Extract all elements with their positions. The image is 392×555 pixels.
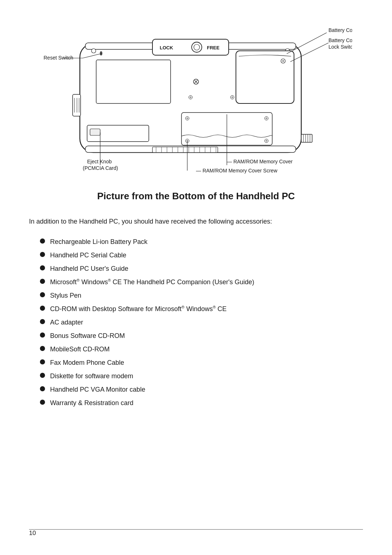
svg-text:Reset Switch: Reset Switch [44,55,73,61]
list-item: Rechargeable Li-ion Battery Pack [40,237,363,247]
list-item: Handheld PC Serial Cable [40,250,363,260]
svg-text:(PCMCIA Card): (PCMCIA Card) [83,165,118,171]
list-item-text: Handheld PC User's Guide [50,264,128,274]
list-item-text: Handheld PC VGA Monitor cable [50,385,145,395]
bullet-dot [40,238,45,244]
list-item-text: Bonus Software CD-ROM [50,331,125,341]
list-item: Bonus Software CD-ROM [40,331,363,341]
svg-rect-20 [236,51,294,103]
diagram-caption: Picture from the Bottom of the Handheld … [29,191,363,202]
list-item: AC adapter [40,318,363,327]
list-item: Diskette for software modem [40,371,363,381]
list-item-text: Fax Modem Phone Cable [50,358,124,368]
svg-rect-3 [73,94,81,116]
bullet-dot [40,265,45,270]
list-item-text: Diskette for software modem [50,371,133,381]
bullet-dot [40,332,45,338]
bullet-dot [40,386,45,391]
svg-text:LOCK: LOCK [160,45,173,50]
svg-rect-49 [152,147,218,152]
list-item-text: Microsoft® Windows® CE The Handheld PC C… [50,277,254,287]
page: LOCK FREE [0,0,392,555]
bullet-dot [40,400,45,405]
list-item: Handheld PC VGA Monitor cable [40,385,363,395]
svg-rect-7 [301,134,312,142]
diagram-svg: LOCK FREE [40,22,352,180]
list-item: CD-ROM with Desktop Software for Microso… [40,304,363,314]
bullet-dot [40,373,45,378]
bullet-dot [40,292,45,297]
bullet-dot [40,359,45,364]
list-item: Microsoft® Windows® CE The Handheld PC C… [40,277,363,287]
svg-point-17 [91,49,96,53]
list-item: Stylus Pen [40,291,363,301]
bottom-rule [29,529,363,530]
list-item-text: CD-ROM with Desktop Software for Microso… [50,304,226,314]
page-number: 10 [29,530,36,537]
bullet-dot [40,306,45,311]
svg-text:FREE: FREE [207,45,220,50]
bullet-dot [40,319,45,324]
list-item-text: Warranty & Resistration card [50,398,133,408]
svg-text:— RAM/ROM Memory Cover Screw: — RAM/ROM Memory Cover Screw [196,168,278,174]
bullet-dot [40,252,45,257]
list-item: MobileSoft CD-ROM [40,344,363,354]
list-item-text: AC adapter [50,318,83,327]
diagram-container: LOCK FREE [29,22,363,180]
accessories-list: Rechargeable Li-ion Battery PackHandheld… [29,237,363,408]
list-item-text: MobileSoft CD-ROM [50,344,110,354]
svg-text:Battery Cover: Battery Cover [328,27,352,33]
svg-text:Eject Knob: Eject Knob [87,159,112,164]
list-item: Warranty & Resistration card [40,398,363,408]
list-item: Fax Modem Phone Cable [40,358,363,368]
svg-rect-24 [96,60,171,103]
list-item-text: Handheld PC Serial Cable [50,250,126,260]
svg-point-16 [194,44,200,50]
bullet-dot [40,346,45,351]
svg-text:— RAM/ROM Memory Cover: — RAM/ROM Memory Cover [227,159,293,164]
bullet-dot [40,279,45,284]
intro-text: In addition to the Handheld PC, you shou… [29,216,363,227]
list-item-text: Rechargeable Li-ion Battery Pack [50,237,147,247]
svg-text:Battery Cover: Battery Cover [328,37,352,43]
list-item-text: Stylus Pen [50,291,81,301]
svg-rect-26 [90,129,100,135]
list-item: Handheld PC User's Guide [40,264,363,274]
svg-text:Lock Switch: Lock Switch [328,44,352,50]
